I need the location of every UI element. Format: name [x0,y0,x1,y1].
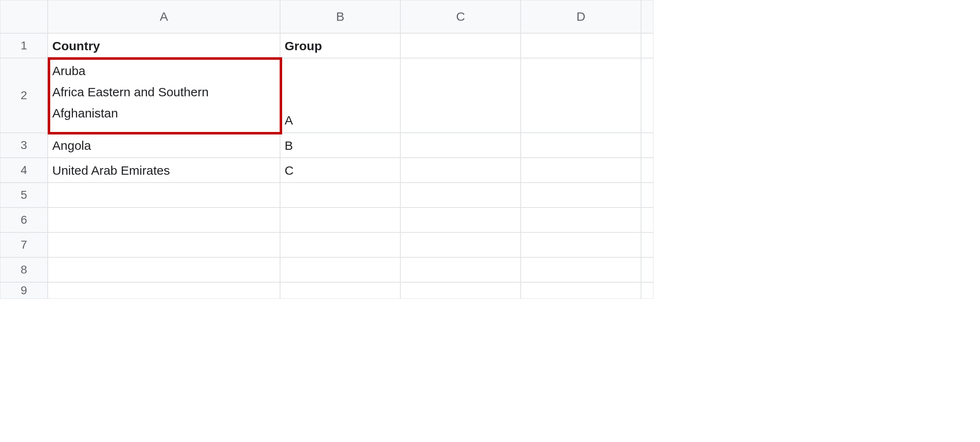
row-header-8[interactable]: 8 [0,257,48,282]
cell-B3[interactable]: B [280,133,400,158]
cell-C3[interactable] [400,133,521,158]
cell-D8[interactable] [521,257,641,282]
cell-D5[interactable] [521,183,641,208]
cell-extra-8[interactable] [641,257,653,282]
cell-A6[interactable] [48,208,280,232]
cell-extra-9[interactable] [641,282,653,299]
cell-D7[interactable] [521,232,641,257]
cell-A4[interactable]: United Arab Emirates [48,158,280,183]
cell-B9[interactable] [280,282,400,299]
row-header-5[interactable]: 5 [0,183,48,208]
cell-A9[interactable] [48,282,280,299]
cell-extra-5[interactable] [641,183,653,208]
col-header-C[interactable]: C [400,0,521,33]
cell-C2[interactable] [400,58,521,133]
spreadsheet-grid: A B C D 1 Country Group 2 Aruba Africa E… [0,0,980,299]
cell-C5[interactable] [400,183,521,208]
cell-D3[interactable] [521,133,641,158]
cell-C4[interactable] [400,158,521,183]
cell-A7[interactable] [48,232,280,257]
cell-D2[interactable] [521,58,641,133]
cell-C9[interactable] [400,282,521,299]
cell-extra-7[interactable] [641,232,653,257]
cell-D6[interactable] [521,208,641,232]
row-header-1[interactable]: 1 [0,33,48,58]
cell-B5[interactable] [280,183,400,208]
cell-B7[interactable] [280,232,400,257]
cell-extra-4[interactable] [641,158,653,183]
col-header-A[interactable]: A [48,0,280,33]
col-header-D[interactable]: D [521,0,641,33]
row-header-6[interactable]: 6 [0,208,48,232]
cell-extra-3[interactable] [641,133,653,158]
cell-C8[interactable] [400,257,521,282]
cell-D1[interactable] [521,33,641,58]
cell-A2[interactable]: Aruba Africa Eastern and Southern Afghan… [48,58,280,133]
cell-C1[interactable] [400,33,521,58]
cell-A5[interactable] [48,183,280,208]
cell-A1[interactable]: Country [48,33,280,58]
row-header-9[interactable]: 9 [0,282,48,299]
cell-A3[interactable]: Angola [48,133,280,158]
cell-C7[interactable] [400,232,521,257]
cell-extra-6[interactable] [641,208,653,232]
row-header-2[interactable]: 2 [0,58,48,133]
cell-D4[interactable] [521,158,641,183]
cell-A8[interactable] [48,257,280,282]
col-header-B[interactable]: B [280,0,400,33]
cell-B8[interactable] [280,257,400,282]
cell-C6[interactable] [400,208,521,232]
cell-B6[interactable] [280,208,400,232]
corner-select-all[interactable] [0,0,48,33]
cell-B1[interactable]: Group [280,33,400,58]
row-header-4[interactable]: 4 [0,158,48,183]
row-header-3[interactable]: 3 [0,133,48,158]
col-header-extra [641,0,653,33]
cell-extra-1[interactable] [641,33,653,58]
cell-B4[interactable]: C [280,158,400,183]
cell-B2[interactable]: A [280,58,400,133]
cell-extra-2[interactable] [641,58,653,133]
cell-D9[interactable] [521,282,641,299]
row-header-7[interactable]: 7 [0,232,48,257]
